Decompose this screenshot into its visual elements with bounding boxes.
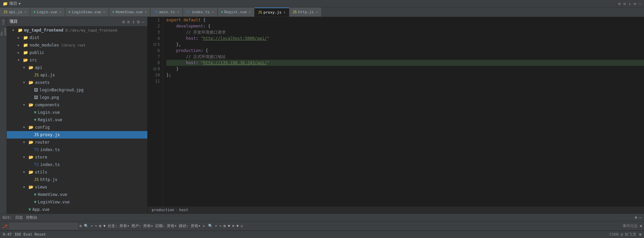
tab-homeview-vue[interactable]: ▼ HomeView.vue × [109, 7, 151, 17]
tree-item-api-js[interactable]: JS api.js [7, 71, 147, 79]
path-filter[interactable]: 路径: 所有▾ [179, 223, 201, 228]
breadcrumb: production › host [148, 206, 644, 214]
tree-item-proxy-js[interactable]: JS proxy.js [7, 131, 147, 139]
router-arrow: ▼ [23, 141, 29, 144]
toolbar-icon-2[interactable]: ≡ [623, 1, 626, 6]
sidebar-icon-sort[interactable]: ↕ [132, 19, 135, 24]
toolbar-icon-5[interactable]: — [639, 1, 641, 6]
tree-item-main-ts[interactable]: TS main.ts [7, 213, 147, 214]
toolbar-icon-3[interactable]: ↕ [628, 1, 631, 6]
tab-close-main-ts[interactable]: × [177, 10, 179, 14]
sort-icon[interactable]: ≡ [232, 224, 235, 228]
tree-item-dist[interactable]: ▶ 📁 dist [7, 34, 147, 41]
sidebar-icon-settings[interactable]: ⚙ [137, 19, 140, 24]
line-num-10: 10 [148, 72, 163, 78]
tab-close-proxy-js[interactable]: × [283, 11, 286, 14]
project-menu[interactable]: 📁 项目 ▼ [3, 1, 20, 6]
filter2-icon[interactable]: ▼ [228, 224, 230, 228]
tab-close-http-js[interactable]: × [316, 10, 318, 14]
bottom-icon-settings[interactable]: ⚙ [635, 215, 637, 220]
settings-right-icon[interactable]: ⚙ [640, 224, 642, 228]
panel-tab-full[interactable]: Full [0, 18, 6, 26]
tree-item-store[interactable]: ▼ 📂 store [7, 153, 147, 161]
search-undo-icon[interactable]: ↶ [215, 224, 217, 228]
sidebar-icon-close[interactable]: — [142, 19, 145, 24]
tree-item-views[interactable]: ▼ 📂 views [7, 183, 147, 191]
tree-item-loginview-vue[interactable]: ▼ LoginView.vue [7, 198, 147, 206]
date-filter[interactable]: 日期: 所有▾ [155, 223, 177, 228]
tree-item-node-modules[interactable]: ▶ 📁 node_modules library root [7, 41, 147, 49]
sidebar-icon-collapse[interactable]: ≡ [127, 19, 130, 24]
tree-item-store-index[interactable]: TS index.ts [7, 161, 147, 168]
public-arrow: ▶ [18, 51, 23, 54]
tree-item-api[interactable]: ▼ 📂 api [7, 64, 147, 71]
settings-icon[interactable]: ⚙ [79, 224, 82, 228]
toolbar-icon-4[interactable]: ⚙ [634, 1, 636, 6]
undo-icon[interactable]: ↶ [91, 224, 93, 228]
tab-login-vue[interactable]: ▼ Login.vue × [30, 7, 65, 17]
sidebar-icon-refresh[interactable]: ⚙ [122, 19, 125, 24]
tab-close-index-ts[interactable]: × [212, 10, 214, 14]
tree-item-utils[interactable]: ▼ 📂 utils [7, 168, 147, 176]
tree-item-app-vue[interactable]: ▼ App.vue [7, 206, 147, 213]
tab-api-js[interactable]: JS api.js × [0, 7, 30, 17]
tree-item-regist-vue[interactable]: ▼ Regist.vue [7, 116, 147, 124]
check-icon[interactable]: ☑ [241, 224, 243, 228]
code-area[interactable]: export default { development: { // 开发环境接… [163, 17, 644, 206]
tab-close-loginview-vue[interactable]: × [103, 10, 105, 14]
app-vue-icon: ▼ [29, 207, 31, 212]
bottom-ide-status[interactable]: IDE Eval Reset [15, 232, 46, 237]
tab-loginview-vue[interactable]: ▼ LoginView.vue × [65, 7, 109, 17]
bottom-icon-minimize[interactable]: — [639, 215, 641, 220]
bottom-tab-log[interactable]: 日志 [15, 215, 23, 220]
tab-index-ts[interactable]: TS index.ts × [183, 7, 218, 17]
tree-item-public[interactable]: ▶ 📁 public [7, 49, 147, 56]
tree-item-logo[interactable]: 🖼 logo.png [7, 94, 147, 101]
tree-item-components[interactable]: ▼ 📂 components [7, 101, 147, 109]
search-redo-icon[interactable]: ↷ [219, 224, 222, 228]
right-settings-icon[interactable]: ⚙ [639, 232, 641, 237]
tab-http-js[interactable]: JS http.js × [289, 7, 321, 17]
breadcrumb-production[interactable]: production [152, 208, 174, 212]
homeview-vue-icon: ▼ [34, 192, 36, 197]
line-num-6: 6 [148, 48, 163, 54]
toolbar-icon-1[interactable]: ⚙ [618, 1, 621, 6]
tree-item-homeview-vue[interactable]: ▼ HomeView.vue [7, 191, 147, 198]
tree-item-assets[interactable]: ▼ 📂 assets [7, 79, 147, 86]
tab-close-login-vue[interactable]: × [59, 10, 61, 14]
tree-root[interactable]: ▼ 📁 my_tapd_frontend D:/dev/my_tapd_fron… [7, 26, 147, 34]
tab-close-api-js[interactable]: × [24, 10, 26, 14]
user-filter[interactable]: 用户: 所有▾ [131, 223, 153, 228]
sort2-icon[interactable]: ▼ [236, 224, 239, 228]
tree-item-config[interactable]: ▼ 📂 config [7, 124, 147, 131]
editor-content[interactable]: 1 2 3 4 5 6 7 8 9 10 11 export default {… [148, 17, 644, 206]
branch-filter[interactable]: 分支: 所有▾ [108, 223, 129, 228]
bottom-tab-terminal[interactable]: 控制台 [26, 215, 37, 220]
breadcrumb-host[interactable]: host [179, 208, 188, 212]
tree-item-login-vue[interactable]: ▼ Login.vue [7, 109, 147, 116]
vue-file-icon-3: ▼ [112, 10, 114, 14]
line-num-1: 1 [148, 17, 163, 23]
dropdown1-icon[interactable]: ▼ [104, 224, 106, 228]
grid-icon[interactable]: ⊞ [99, 224, 102, 228]
search-input[interactable] [10, 223, 77, 229]
tree-item-router[interactable]: ▼ 📂 router [7, 139, 147, 146]
tree-item-http-js[interactable]: JS http.js [7, 176, 147, 183]
filter-icon[interactable]: 🔍 [84, 224, 89, 228]
node-modules-folder-icon: 📁 [23, 43, 28, 48]
search-icon[interactable]: 🔍 [208, 224, 213, 228]
redo-icon[interactable]: ↷ [95, 224, 97, 228]
tab-close-homeview-vue[interactable]: × [145, 10, 147, 14]
tab-regist-vue[interactable]: ▼ Regist.vue × [218, 7, 255, 17]
tree-item-src[interactable]: ▼ 📂 src [7, 56, 147, 64]
panel-tab-request[interactable]: Re-quest [0, 27, 6, 37]
tree-item-login-bg[interactable]: 🖼 loginBackgroud.jpg [7, 86, 147, 94]
tab-main-ts[interactable]: TS main.ts × [150, 7, 183, 17]
more-icon[interactable]: » [203, 224, 205, 228]
tab-proxy-js[interactable]: JS proxy.js × [255, 7, 289, 17]
tree-item-router-index[interactable]: TS index.ts [7, 146, 147, 153]
bottom-tab-git[interactable]: Git: [3, 215, 12, 220]
merge-icon[interactable]: ⊞ [224, 224, 226, 228]
tab-close-regist-vue[interactable]: × [249, 10, 251, 14]
assets-folder-icon: 📂 [29, 80, 34, 85]
